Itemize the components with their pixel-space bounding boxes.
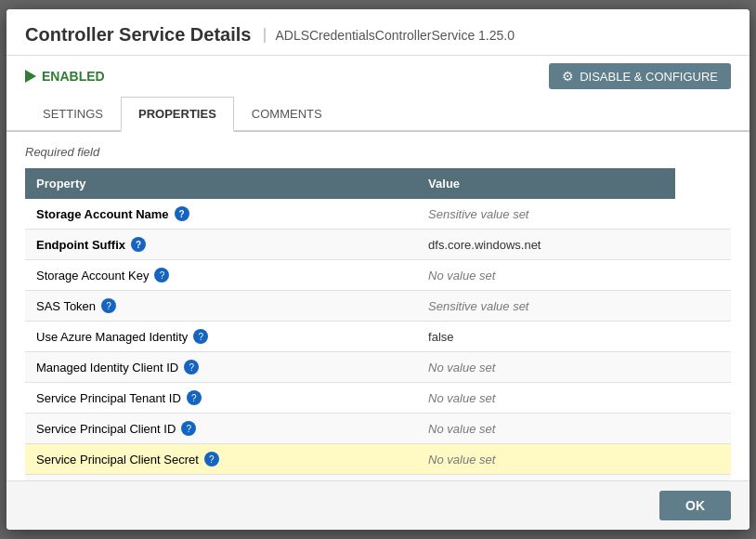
modal-container: Controller Service Details ADLSCredentia… — [7, 9, 749, 530]
help-icon[interactable]: ? — [204, 452, 219, 467]
col-header-value: Value — [417, 168, 675, 199]
property-name: Storage Account Name? — [36, 206, 406, 221]
property-cell: Service Principal Client ID? — [25, 414, 417, 444]
table-row: Endpoint Suffix?dfs.core.windows.net — [25, 230, 731, 260]
help-icon[interactable]: ? — [184, 360, 199, 375]
property-cell: Endpoint Suffix? — [25, 230, 417, 260]
property-name: Use Azure Managed Identity? — [36, 329, 406, 344]
property-cell: Storage Account Key? — [25, 260, 417, 291]
modal-header: Controller Service Details ADLSCredentia… — [7, 9, 749, 56]
help-icon[interactable]: ? — [154, 268, 169, 283]
help-icon[interactable]: ? — [131, 237, 146, 252]
tabs-container: SETTINGS PROPERTIES COMMENTS — [7, 97, 749, 132]
action-cell — [675, 260, 731, 291]
value-cell: No value set — [417, 352, 675, 383]
value-text: No value set — [428, 422, 495, 436]
value-text: Sensitive value set — [428, 299, 528, 313]
action-cell — [675, 230, 731, 260]
value-text: No value set — [428, 453, 495, 467]
value-text: dfs.core.windows.net — [428, 238, 541, 252]
table-row: Service Principal Client ID?No value set — [25, 414, 731, 444]
properties-table: Property Value Storage Account Name?Sens… — [25, 168, 731, 480]
help-icon[interactable]: ? — [101, 298, 116, 313]
table-row: Service Principal Client Secret?No value… — [25, 444, 731, 475]
property-name: SAS Token? — [36, 298, 406, 313]
help-icon[interactable]: ? — [181, 421, 196, 436]
action-cell — [675, 199, 731, 230]
action-cell — [675, 383, 731, 414]
action-cell — [675, 414, 731, 444]
property-cell: Managed Identity Client ID? — [25, 352, 417, 383]
tab-settings[interactable]: SETTINGS — [25, 97, 121, 132]
property-cell: SAS Token? — [25, 291, 417, 322]
table-row: SAS Token?Sensitive value set — [25, 291, 731, 322]
ok-button[interactable]: OK — [659, 491, 731, 520]
table-row: Storage Account Key?No value set — [25, 260, 731, 291]
required-field-label: Required field — [25, 145, 731, 159]
table-header-row: Property Value — [25, 168, 731, 199]
action-cell — [675, 322, 731, 352]
property-name: Storage Account Key? — [36, 268, 406, 283]
value-cell: dfs.core.windows.net — [417, 230, 675, 260]
modal-footer: OK — [7, 480, 749, 530]
value-cell: No value set — [417, 260, 675, 291]
table-row: Storage Account Name?Sensitive value set — [25, 199, 731, 230]
value-text: No value set — [428, 361, 495, 375]
value-text: No value set — [428, 391, 495, 405]
value-text: Sensitive value set — [428, 207, 528, 221]
property-cell: Use Azure Managed Identity? — [25, 322, 417, 352]
col-header-property: Property — [25, 168, 417, 199]
help-icon[interactable]: ? — [193, 329, 208, 344]
table-row: Service Principal Tenant ID?No value set — [25, 383, 731, 414]
value-text: No value set — [428, 269, 495, 283]
property-name: Managed Identity Client ID? — [36, 360, 406, 375]
table-row: Use Azure Managed Identity?false — [25, 322, 731, 352]
action-cell — [675, 352, 731, 383]
property-name: Service Principal Client ID? — [36, 421, 406, 436]
action-cell — [675, 291, 731, 322]
configure-icon: ⚙ — [562, 69, 574, 84]
value-text: false — [428, 330, 453, 344]
property-cell: Service Principal Tenant ID? — [25, 383, 417, 414]
action-cell — [675, 444, 731, 475]
value-cell: No value set — [417, 444, 675, 475]
content-area: Required field Property Value Storage Ac… — [7, 132, 749, 480]
help-icon[interactable]: ? — [175, 206, 189, 221]
table-row: Managed Identity Client ID?No value set — [25, 352, 731, 383]
help-icon[interactable]: ? — [187, 390, 202, 405]
modal-subtitle: ADLSCredentialsControllerService 1.25.0 — [264, 28, 515, 43]
value-cell: No value set — [417, 414, 675, 444]
value-cell: false — [417, 322, 675, 352]
value-cell: Sensitive value set — [417, 199, 675, 230]
tab-properties[interactable]: PROPERTIES — [121, 97, 234, 132]
value-cell: No value set — [417, 383, 675, 414]
disable-btn-label: DISABLE & CONFIGURE — [580, 70, 718, 84]
property-cell: Service Principal Client Secret? — [25, 444, 417, 475]
modal-title: Controller Service Details — [25, 24, 251, 46]
disable-configure-button[interactable]: ⚙ DISABLE & CONFIGURE — [549, 63, 731, 89]
property-name: Service Principal Client Secret? — [36, 452, 406, 467]
property-cell: Storage Account Name? — [25, 199, 417, 230]
tab-comments[interactable]: COMMENTS — [234, 97, 340, 132]
property-name: Service Principal Tenant ID? — [36, 390, 406, 405]
status-bar: ENABLED ⚙ DISABLE & CONFIGURE — [7, 56, 749, 97]
status-enabled: ENABLED — [25, 69, 105, 84]
play-icon — [25, 70, 36, 83]
enabled-label: ENABLED — [42, 69, 105, 84]
property-name: Endpoint Suffix? — [36, 237, 406, 252]
value-cell: Sensitive value set — [417, 291, 675, 322]
